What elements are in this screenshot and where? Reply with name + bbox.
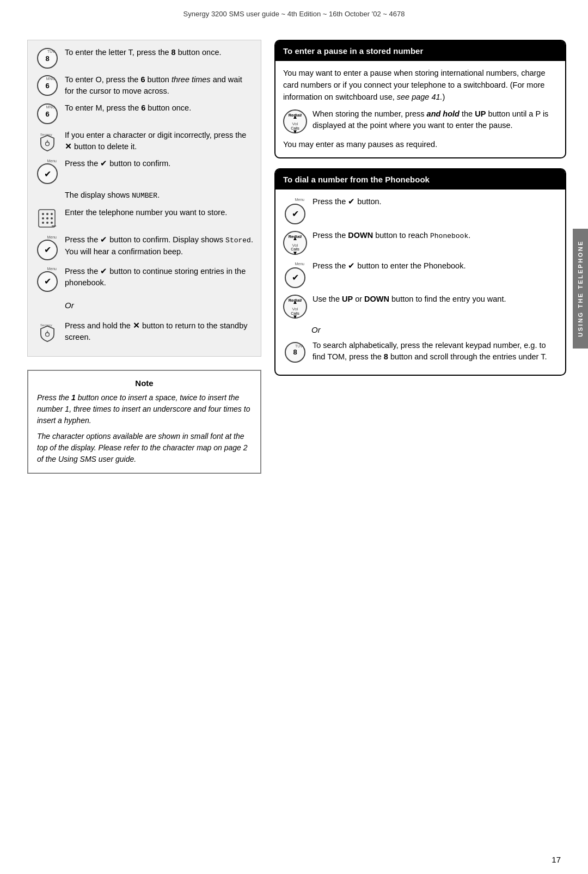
key-6a-icon: MNO 6 bbox=[35, 74, 59, 96]
svg-point-11 bbox=[46, 222, 48, 224]
phonebook-instr-row: Menu ✔ Press the ✔ button to enter the P… bbox=[283, 260, 558, 289]
instr-text-5: Press the ✔ button to confirm. bbox=[65, 158, 253, 169]
phonebook-instr-row: Redial/ ▲ Vol ▼ Calls Press the DOWN but… bbox=[283, 230, 558, 255]
side-tab: USING THE TELEPHONE bbox=[573, 229, 588, 349]
redial-vol-icon-3: Redial/ ▲ Vol ▼ Calls bbox=[283, 294, 307, 319]
phonebook-instr-text-5: To search alphabetically, press the rele… bbox=[313, 340, 558, 363]
page-number: 17 bbox=[552, 855, 561, 864]
phonebook-check-icon-1: Menu ✔ bbox=[283, 196, 307, 224]
phonebook-instr-text-4: Use the UP or DOWN button to find the en… bbox=[313, 294, 558, 305]
btn-8-search: TUV 8 bbox=[285, 342, 305, 363]
instr-text-1: To enter the letter T, press the 8 butto… bbox=[65, 47, 253, 58]
instruction-row: Menu ✔ Press the ✔ button to confirm. bbox=[35, 158, 253, 184]
phonebook-instr-row: Menu ✔ Press the ✔ button. bbox=[283, 196, 558, 224]
instruction-row: Secrecy Press and hold the ✕ button to r… bbox=[35, 320, 253, 343]
instruction-row: TUV 8 To enter the letter T, press the 8… bbox=[35, 47, 253, 69]
svg-point-8 bbox=[46, 217, 48, 219]
btn-6a: MNO 6 bbox=[37, 75, 58, 96]
phonebook-box-header: To dial a number from the Phonebook bbox=[275, 169, 565, 190]
menu-check-icon-1: Menu ✔ bbox=[35, 158, 59, 184]
phonebook-info-box: To dial a number from the Phonebook Menu… bbox=[274, 168, 566, 376]
btn-8: TUV 8 bbox=[37, 48, 58, 69]
left-column: TUV 8 To enter the letter T, press the 8… bbox=[27, 40, 261, 474]
pause-para-3: You may enter as many pauses as required… bbox=[283, 139, 558, 151]
redial-vol-icon-2: Redial/ ▲ Vol ▼ Calls bbox=[283, 230, 307, 255]
instruction-row: MNO 6 To enter M, press the 6 button onc… bbox=[35, 102, 253, 124]
shield-svg: Secrecy bbox=[37, 131, 58, 151]
svg-point-6 bbox=[51, 213, 53, 215]
or-row: Or bbox=[35, 297, 253, 315]
note-title: Note bbox=[37, 378, 252, 388]
instr-text-3: To enter M, press the 6 button once. bbox=[65, 102, 253, 114]
instr-text-9: Press the ✔ button to continue storing e… bbox=[65, 266, 253, 289]
right-column: To enter a pause in a stored number You … bbox=[274, 40, 566, 474]
phonebook-instr-text-1: Press the ✔ button. bbox=[313, 196, 558, 207]
keypad-icon bbox=[35, 207, 59, 229]
instruction-row: The display shows NUMBER. bbox=[35, 190, 253, 201]
key-6b-icon: MNO 6 bbox=[35, 102, 59, 124]
note-para-2: The character options available are show… bbox=[37, 431, 252, 465]
phonebook-instr-text-3: Press the ✔ button to enter the Phoneboo… bbox=[313, 260, 558, 272]
phonebook-box-body: Menu ✔ Press the ✔ button. Redial/ ▲ bbox=[275, 190, 565, 375]
instr-text-8: Press the ✔ button to confirm. Display s… bbox=[65, 234, 253, 258]
secrecy-icon-2: Secrecy bbox=[35, 320, 59, 342]
svg-point-10 bbox=[42, 222, 44, 224]
svg-point-12 bbox=[51, 222, 53, 224]
pause-info-box: To enter a pause in a stored number You … bbox=[274, 40, 566, 158]
pause-box-body: You may want to enter a pause when stori… bbox=[275, 61, 565, 157]
svg-point-4 bbox=[42, 213, 44, 215]
note-box: Note Press the 1 button once to insert a… bbox=[27, 370, 261, 474]
svg-point-9 bbox=[51, 217, 53, 219]
phonebook-check-icon-2: Menu ✔ bbox=[283, 260, 307, 289]
note-para-1: Press the 1 button once to insert a spac… bbox=[37, 392, 252, 426]
page-header: Synergy 3200 SMS user guide ~ 4th Editio… bbox=[0, 0, 588, 23]
instruction-rows: TUV 8 To enter the letter T, press the 8… bbox=[27, 40, 261, 357]
or-text: Or bbox=[65, 300, 253, 311]
instr-text-2: To enter O, press the 6 button three tim… bbox=[65, 74, 253, 97]
display-text-icon bbox=[35, 190, 59, 191]
pause-para-1: You may want to enter a pause when stori… bbox=[283, 68, 558, 103]
redial-vol-icon-1: Redial/ ▲ Vol ▼ Calls bbox=[283, 108, 307, 133]
instr-text-4: If you enter a character or digit incorr… bbox=[65, 130, 253, 152]
secrecy-icon: Secrecy bbox=[35, 130, 59, 151]
instruction-row: Menu ✔ Press the ✔ button to confirm. Di… bbox=[35, 234, 253, 260]
phonebook-or-text: Or bbox=[311, 324, 558, 337]
key-8-icon: TUV 8 bbox=[35, 47, 59, 69]
instruction-row: MNO 6 To enter O, press the 6 button thr… bbox=[35, 74, 253, 97]
menu-check-icon-3: Menu ✔ bbox=[35, 266, 59, 292]
instruction-row: Menu ✔ Press the ✔ button to continue st… bbox=[35, 266, 253, 292]
svg-point-5 bbox=[46, 213, 48, 215]
instr-text-7: Enter the telephone number you want to s… bbox=[65, 207, 253, 218]
instr-text-6: The display shows NUMBER. bbox=[65, 190, 253, 201]
pause-box-header: To enter a pause in a stored number bbox=[275, 41, 565, 61]
pause-instr-text-1: When storing the number, press and hold … bbox=[313, 108, 558, 131]
svg-point-1 bbox=[46, 142, 50, 146]
search-key-8-icon: TUV 8 bbox=[283, 340, 307, 363]
instruction-row: Enter the telephone number you want to s… bbox=[35, 207, 253, 229]
phonebook-instr-text-2: Press the DOWN button to reach Phonebook… bbox=[313, 230, 558, 242]
menu-check-icon-2: Menu ✔ bbox=[35, 234, 59, 260]
instruction-row: Secrecy If you enter a character or digi… bbox=[35, 130, 253, 152]
phonebook-instr-row: Redial/ ▲ Vol ▼ Calls Use the UP or DOWN… bbox=[283, 294, 558, 319]
svg-point-7 bbox=[42, 217, 44, 219]
svg-point-15 bbox=[46, 332, 50, 336]
instr-text-10: Press and hold the ✕ button to return to… bbox=[65, 320, 253, 343]
header-title: Synergy 3200 SMS user guide ~ 4th Editio… bbox=[183, 10, 405, 18]
phonebook-search-row: TUV 8 To search alphabetically, press th… bbox=[283, 340, 558, 363]
btn-6b: MNO 6 bbox=[37, 103, 58, 124]
pause-instr-row: Redial/ ▲ Vol ▼ Calls When storing the n… bbox=[283, 108, 558, 133]
